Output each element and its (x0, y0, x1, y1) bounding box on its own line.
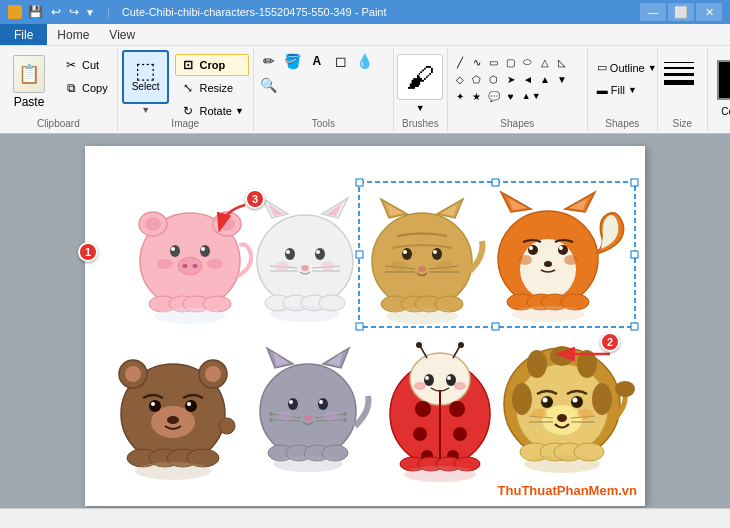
svg-point-19 (257, 215, 353, 307)
paste-button[interactable]: 📋 Paste (4, 50, 54, 114)
paste-icon: 📋 (13, 55, 45, 93)
color-swatch[interactable] (717, 60, 730, 100)
shape-pentagon[interactable]: ⬠ (469, 71, 485, 87)
svg-point-55 (437, 261, 453, 271)
shape-rect[interactable]: ▭ (486, 54, 502, 70)
copy-button[interactable]: ⧉ Copy (58, 77, 113, 99)
menu-home[interactable]: Home (47, 24, 99, 45)
svg-point-34 (321, 261, 335, 271)
fill-button[interactable]: ▬ Fill ▼ (592, 81, 662, 99)
copy-icon: ⧉ (63, 80, 79, 96)
crop-button[interactable]: ⊡ Crop (175, 54, 248, 76)
menu-file[interactable]: File (0, 24, 47, 45)
svg-point-54 (391, 261, 407, 271)
svg-point-138 (458, 342, 464, 348)
qa-dropdown[interactable]: ▼ (85, 7, 95, 18)
shapes-scroll-down[interactable]: ▼ (532, 91, 541, 101)
svg-point-24 (285, 248, 295, 260)
shape-line[interactable]: ╱ (452, 54, 468, 70)
cut-button[interactable]: ✂ Cut (58, 54, 113, 76)
brushes-dropdown[interactable]: ▼ (416, 103, 425, 113)
qa-redo[interactable]: ↪ (69, 5, 79, 19)
window-title: Cute-Chibi-chibi-characters-15520475-550… (122, 6, 387, 18)
shape-rounded-rect[interactable]: ▢ (503, 54, 519, 70)
shape-triangle[interactable]: △ (537, 54, 553, 70)
shape-arrow-u[interactable]: ▲ (537, 71, 553, 87)
outline-button[interactable]: ▭ Outline ▼ (592, 58, 662, 77)
svg-point-60 (386, 308, 458, 324)
svg-point-82 (125, 366, 141, 382)
clipboard-label: Clipboard (0, 118, 117, 129)
status-bar (0, 508, 730, 528)
svg-point-5 (170, 245, 180, 257)
app-icon (8, 5, 22, 19)
shape-diamond[interactable]: ◇ (452, 71, 468, 87)
svg-point-68 (558, 245, 568, 255)
minimize-button[interactable]: — (640, 3, 666, 21)
outline-icon: ▭ (597, 61, 607, 74)
svg-point-97 (260, 364, 356, 458)
svg-point-140 (454, 382, 466, 390)
size-1[interactable] (664, 62, 694, 63)
size-4[interactable] (664, 80, 694, 85)
svg-point-110 (269, 418, 273, 422)
fill-tool[interactable]: 🪣 (282, 50, 304, 72)
shape-arrow-l[interactable]: ◄ (520, 71, 536, 87)
resize-button[interactable]: ⤡ Resize (175, 77, 248, 99)
svg-point-126 (449, 401, 465, 417)
svg-point-95 (219, 418, 235, 434)
brushes-button[interactable]: 🖌 (397, 54, 443, 100)
eraser-tool[interactable]: ◻ (330, 50, 352, 72)
pencil-tool[interactable]: ✏ (258, 50, 280, 72)
shape-star4[interactable]: ✦ (452, 88, 468, 104)
text-tool[interactable]: A (306, 50, 328, 72)
svg-point-102 (288, 398, 298, 410)
svg-rect-171 (356, 179, 363, 186)
svg-point-48 (433, 250, 437, 254)
brushes-label: Brushes (394, 118, 447, 129)
svg-point-46 (432, 248, 442, 260)
close-button[interactable]: ✕ (696, 3, 722, 21)
shape-star5[interactable]: ★ (469, 88, 485, 104)
svg-point-40 (372, 213, 472, 309)
size-3[interactable] (664, 73, 694, 76)
size-2[interactable] (664, 67, 694, 69)
svg-point-121 (273, 456, 343, 472)
shapes-group: ╱ ∿ ▭ ▢ ⬭ △ ◺ ◇ ⬠ ⬡ ➤ ◄ ▲ ▼ ✦ ★ 💬 ♥ ▲ (448, 48, 588, 131)
svg-point-11 (193, 264, 198, 268)
shape-curve[interactable]: ∿ (469, 54, 485, 70)
svg-point-49 (418, 266, 426, 272)
image-group: ⬚ Select ▼ ⊡ Crop ⤡ Resize ↻ (118, 48, 254, 131)
svg-point-28 (301, 265, 309, 271)
shape-heart[interactable]: ♥ (503, 88, 519, 104)
svg-point-12 (157, 259, 173, 269)
qa-undo[interactable]: ↩ (51, 5, 61, 19)
shape-arrow-r[interactable]: ➤ (503, 71, 519, 87)
color-group: Color 1 (708, 48, 730, 131)
menu-view[interactable]: View (99, 24, 145, 45)
magnify-tool[interactable]: 🔍 (258, 74, 280, 96)
svg-point-109 (269, 412, 273, 416)
shape-callout[interactable]: 💬 (486, 88, 502, 104)
shape-arrow-d[interactable]: ▼ (554, 71, 570, 87)
qa-save[interactable]: 💾 (28, 5, 43, 19)
svg-point-73 (518, 255, 532, 265)
annotation-badge-1: 1 (78, 242, 98, 262)
svg-point-18 (155, 308, 225, 324)
annotation-badge-3: 3 (245, 189, 265, 209)
canvas-area[interactable]: ThuThuatPhanMem.vn 1 2 (0, 134, 730, 508)
maximize-button[interactable]: ⬜ (668, 3, 694, 21)
svg-point-128 (453, 427, 467, 441)
shape-hex[interactable]: ⬡ (486, 71, 502, 87)
shape-ellipse[interactable]: ⬭ (520, 54, 536, 70)
shape-right-tri[interactable]: ◺ (554, 54, 570, 70)
svg-point-2 (145, 217, 161, 231)
svg-point-133 (425, 376, 429, 380)
select-button[interactable]: ⬚ Select (122, 50, 170, 104)
eyedropper-tool[interactable]: 💧 (354, 50, 376, 72)
svg-point-67 (528, 245, 538, 255)
svg-point-148 (512, 383, 532, 415)
svg-point-134 (447, 376, 451, 380)
select-dropdown[interactable]: ▼ (141, 105, 150, 115)
shapes-scroll-up[interactable]: ▲ (522, 91, 531, 101)
